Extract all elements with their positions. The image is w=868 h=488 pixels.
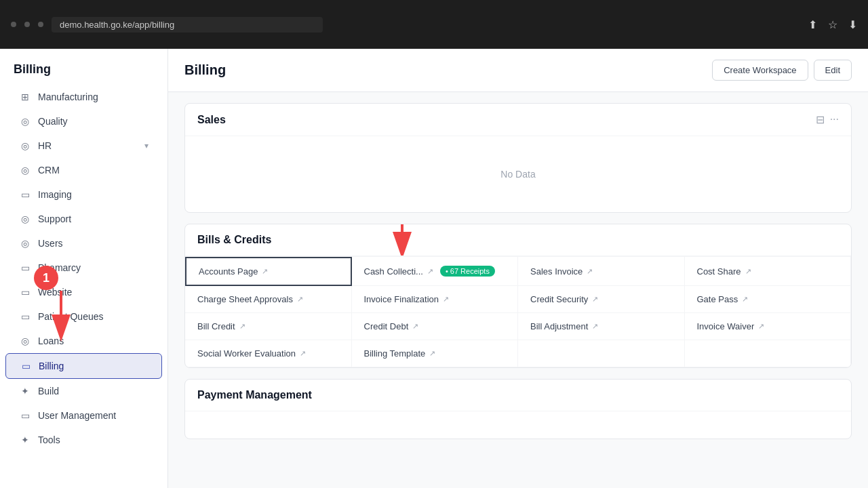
sidebar-item-users[interactable]: ◎ Users <box>5 231 162 256</box>
grid-item[interactable]: Invoice Finalization ↗ <box>352 286 519 313</box>
grid-item[interactable]: Accounts Page ↗ <box>185 257 352 286</box>
external-link-icon[interactable]: ↗ <box>758 322 764 331</box>
sidebar-items-list: ⊞ Manufacturing ◎ Quality ◎ HR ▾ ◎ CRM ▭… <box>0 85 167 452</box>
payment-management-header: Payment Management <box>185 380 851 411</box>
main-content: Billing Create Workspace Edit Sales ⊟ ··… <box>168 49 868 488</box>
sidebar-item-loans[interactable]: ◎ Loans <box>5 329 162 353</box>
grid-item-label: Invoice Waiver <box>697 321 755 331</box>
sidebar-item-crm[interactable]: ◎ CRM <box>5 158 162 182</box>
grid-item-label: Charge Sheet Approvals <box>197 294 293 304</box>
external-link-icon[interactable]: ↗ <box>262 267 268 276</box>
payment-management-section: Payment Management <box>184 379 852 439</box>
sales-section-title: Sales <box>197 114 226 126</box>
sidebar-item-build[interactable]: ✦ Build <box>5 379 162 403</box>
imaging-icon: ▭ <box>19 188 31 201</box>
download-icon[interactable]: ⬇ <box>848 18 857 31</box>
build-icon: ✦ <box>19 385 31 397</box>
sidebar-label-users: Users <box>38 238 63 249</box>
tools-icon: ✦ <box>19 434 31 446</box>
bookmark-icon[interactable]: ☆ <box>828 18 837 31</box>
grid-item[interactable] <box>518 340 685 367</box>
bills-credits-title: Bills & Credits <box>197 234 271 246</box>
top-bar-actions: Create Workspace Edit <box>712 60 852 81</box>
browser-toolbar: ⬆ ☆ ⬇ <box>808 18 857 31</box>
quality-icon: ◎ <box>19 115 31 127</box>
chevron-down-icon: ▾ <box>144 141 149 150</box>
app-container: Billing ⊞ Manufacturing ◎ Quality ◎ HR ▾… <box>0 49 868 488</box>
manufacturing-icon: ⊞ <box>19 91 31 103</box>
grid-item[interactable]: Charge Sheet Approvals ↗ <box>185 286 352 313</box>
sidebar-item-hr[interactable]: ◎ HR ▾ <box>5 134 162 158</box>
external-link-icon[interactable]: ↗ <box>745 267 751 276</box>
grid-item-label: Sales Invoice <box>530 266 583 277</box>
sidebar-label-user-management: User Management <box>38 410 116 421</box>
sidebar-item-website[interactable]: ▭ Website <box>5 280 162 304</box>
sidebar-item-billing[interactable]: ▭ Billing <box>5 353 162 379</box>
grid-item[interactable]: Bill Adjustment ↗ <box>518 313 685 340</box>
external-link-icon[interactable]: ↗ <box>592 322 598 331</box>
external-link-icon[interactable]: ↗ <box>239 322 245 331</box>
external-link-icon[interactable]: ↗ <box>429 349 435 358</box>
sidebar-label-tools: Tools <box>38 434 60 445</box>
external-link-icon[interactable]: ↗ <box>412 322 418 331</box>
external-link-icon[interactable]: ↗ <box>427 267 433 276</box>
grid-item[interactable]: Social Worker Evaluation ↗ <box>185 340 352 367</box>
sidebar-item-imaging[interactable]: ▭ Imaging <box>5 182 162 207</box>
external-link-icon[interactable]: ↗ <box>742 295 748 304</box>
sidebar-title: Billing <box>0 49 167 85</box>
receipt-badge: • 67 Receipts <box>440 266 495 277</box>
external-link-icon[interactable]: ↗ <box>300 349 306 358</box>
payment-management-title: Payment Management <box>197 389 312 401</box>
sidebar-label-loans: Loans <box>38 336 64 346</box>
external-link-icon[interactable]: ↗ <box>592 295 598 304</box>
sidebar-item-support[interactable]: ◎ Support <box>5 207 162 231</box>
grid-item-label: Cost Share <box>697 266 741 277</box>
sidebar-label-patient-queues: Patient Queues <box>38 311 104 322</box>
grid-item[interactable]: Sales Invoice ↗ <box>518 257 685 286</box>
loans-icon: ◎ <box>19 335 31 347</box>
sidebar-item-manufacturing[interactable]: ⊞ Manufacturing <box>5 85 162 109</box>
support-icon: ◎ <box>19 213 31 225</box>
sidebar-label-website: Website <box>38 287 72 298</box>
grid-item[interactable]: Cash Collecti... ↗ • 67 Receipts <box>352 257 519 286</box>
sidebar-label-quality: Quality <box>38 116 68 127</box>
grid-item[interactable]: Gate Pass ↗ <box>685 286 852 313</box>
external-link-icon[interactable]: ↗ <box>297 295 303 304</box>
browser-dot-1 <box>11 22 16 27</box>
url-bar[interactable]: demo.health.go.ke/app/billing <box>52 17 323 33</box>
sales-section-actions: ⊟ ··· <box>816 113 839 126</box>
sidebar-label-hr: HR <box>38 140 52 151</box>
more-icon[interactable]: ··· <box>830 113 839 126</box>
grid-item-label: Accounts Page <box>199 266 258 277</box>
payment-management-content <box>185 411 851 439</box>
external-link-icon[interactable]: ↗ <box>443 295 449 304</box>
sidebar-item-pharmacy[interactable]: ▭ Phamarcy <box>5 256 162 280</box>
crm-icon: ◎ <box>19 164 31 176</box>
share-icon[interactable]: ⬆ <box>808 18 817 31</box>
grid-item-label: Credit Security <box>530 294 588 304</box>
grid-item[interactable] <box>685 340 852 367</box>
grid-item[interactable]: Invoice Waiver ↗ <box>685 313 852 340</box>
sidebar-item-user-management[interactable]: ▭ User Management <box>5 403 162 428</box>
no-data-label: No Data <box>185 136 851 212</box>
grid-item[interactable]: Billing Template ↗ <box>352 340 519 367</box>
external-link-icon[interactable]: ↗ <box>587 267 593 276</box>
grid-item-label: Credit Debt <box>364 321 409 331</box>
create-workspace-button[interactable]: Create Workspace <box>712 60 808 81</box>
sidebar-label-support: Support <box>38 214 71 224</box>
filter-icon[interactable]: ⊟ <box>816 113 825 126</box>
bills-credits-header: Bills & Credits <box>185 224 851 256</box>
grid-item[interactable]: Credit Debt ↗ <box>352 313 519 340</box>
grid-item[interactable]: Cost Share ↗ <box>685 257 852 286</box>
grid-item[interactable]: Bill Credit ↗ <box>185 313 352 340</box>
sidebar-label-manufacturing: Manufacturing <box>38 92 98 102</box>
sidebar-item-tools[interactable]: ✦ Tools <box>5 428 162 452</box>
sidebar-item-quality[interactable]: ◎ Quality <box>5 109 162 134</box>
grid-item[interactable]: Credit Security ↗ <box>518 286 685 313</box>
grid-item-label: Bill Credit <box>197 321 235 331</box>
content-body: Sales ⊟ ··· No Data Bills & Credits 2 <box>168 103 868 455</box>
edit-button[interactable]: Edit <box>814 60 852 81</box>
sidebar-item-patient-queues[interactable]: ▭ Patient Queues <box>5 304 162 329</box>
user-management-icon: ▭ <box>19 409 31 422</box>
hr-icon: ◎ <box>19 140 31 152</box>
